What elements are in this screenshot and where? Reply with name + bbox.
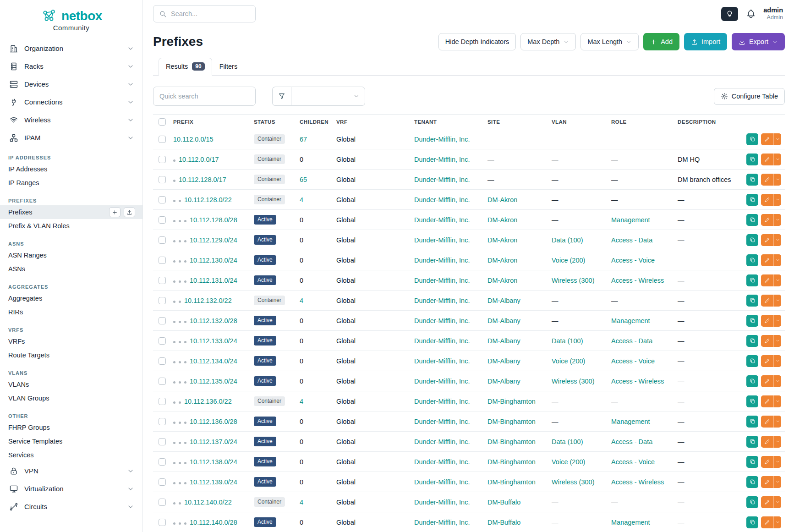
vlan-link[interactable]: Voice (200) <box>552 458 585 466</box>
sidebar-item-ip-ranges[interactable]: IP Ranges <box>0 176 142 190</box>
edit-dropdown-button[interactable] <box>773 395 781 407</box>
vlan-link[interactable]: Data (100) <box>552 236 583 244</box>
edit-button[interactable] <box>761 154 773 165</box>
prefix-link[interactable]: 10.112.139.0/24 <box>190 478 237 486</box>
site-link[interactable]: DM-Akron <box>487 196 517 203</box>
prefix-link[interactable]: 10.112.137.0/24 <box>190 438 237 445</box>
tenant-link[interactable]: Dunder-Mifflin, Inc. <box>414 357 470 365</box>
prefix-link[interactable]: 10.112.0.0/17 <box>179 156 219 163</box>
site-link[interactable]: DM-Buffalo <box>487 519 520 526</box>
site-link[interactable]: DM-Albany <box>487 378 520 385</box>
edit-button[interactable] <box>761 516 773 528</box>
copy-button[interactable] <box>746 335 758 347</box>
role-link[interactable]: Access - Wireless <box>611 478 664 486</box>
copy-button[interactable] <box>746 295 758 307</box>
role-link[interactable]: Access - Voice <box>611 357 655 365</box>
sidebar-item-circuits[interactable]: Circuits <box>0 498 142 516</box>
prefix-link[interactable]: 10.112.128.0/22 <box>184 196 232 203</box>
sidebar-item-wireless[interactable]: Wireless <box>0 111 142 129</box>
children-count-link[interactable]: 4 <box>300 297 303 304</box>
row-checkbox[interactable] <box>159 317 166 324</box>
copy-button[interactable] <box>746 476 758 488</box>
tenant-link[interactable]: Dunder-Mifflin, Inc. <box>414 458 470 466</box>
edit-button[interactable] <box>761 133 773 145</box>
row-checkbox[interactable] <box>159 337 166 345</box>
children-count-link[interactable]: 67 <box>300 136 307 143</box>
prefix-link[interactable]: 10.112.131.0/24 <box>190 277 237 284</box>
sidebar-item-prefixes[interactable]: Prefixes <box>0 205 142 219</box>
copy-button[interactable] <box>746 355 758 367</box>
site-link[interactable]: DM-Albany <box>487 337 520 345</box>
site-link[interactable]: DM-Binghamton <box>487 418 536 425</box>
tenant-link[interactable]: Dunder-Mifflin, Inc. <box>414 317 470 324</box>
tenant-link[interactable]: Dunder-Mifflin, Inc. <box>414 176 470 183</box>
copy-button[interactable] <box>746 174 758 186</box>
row-checkbox[interactable] <box>159 176 166 183</box>
edit-button[interactable] <box>761 254 773 266</box>
row-checkbox[interactable] <box>159 136 166 143</box>
role-link[interactable]: Access - Data <box>611 236 652 244</box>
site-link[interactable]: DM-Akron <box>487 216 517 224</box>
quick-import-button[interactable] <box>124 207 135 217</box>
edit-button[interactable] <box>761 295 773 307</box>
column-header-vlan[interactable]: VLAN <box>548 115 608 129</box>
site-link[interactable]: DM-Albany <box>487 357 520 365</box>
site-link[interactable]: DM-Akron <box>487 257 517 264</box>
role-link[interactable]: Management <box>611 418 650 425</box>
tenant-link[interactable]: Dunder-Mifflin, Inc. <box>414 378 470 385</box>
edit-dropdown-button[interactable] <box>773 234 781 246</box>
sidebar-item-ipam[interactable]: IPAM <box>0 129 142 147</box>
edit-button[interactable] <box>761 476 773 488</box>
sidebar-item-vlans[interactable]: VLANs <box>0 378 142 391</box>
sidebar-item-rirs[interactable]: RIRs <box>0 305 142 319</box>
role-link[interactable]: Access - Wireless <box>611 378 664 385</box>
site-link[interactable]: DM-Buffalo <box>487 499 520 506</box>
edit-dropdown-button[interactable] <box>773 133 781 145</box>
site-link[interactable]: DM-Albany <box>487 317 520 324</box>
edit-button[interactable] <box>761 395 773 407</box>
tenant-link[interactable]: Dunder-Mifflin, Inc. <box>414 156 470 163</box>
column-header-description[interactable]: Description <box>674 115 743 129</box>
tab-filters[interactable]: Filters <box>212 58 245 76</box>
sidebar-item-fhrp-groups[interactable]: FHRP Groups <box>0 421 142 434</box>
tenant-link[interactable]: Dunder-Mifflin, Inc. <box>414 277 470 284</box>
site-link[interactable]: DM-Akron <box>487 236 517 244</box>
theme-toggle-button[interactable] <box>721 7 738 21</box>
prefix-link[interactable]: 10.112.0.0/15 <box>173 136 214 143</box>
quick-search-input[interactable] <box>153 87 256 106</box>
sidebar-item-prefix-vlan-roles[interactable]: Prefix & VLAN Roles <box>0 219 142 233</box>
row-checkbox[interactable] <box>159 378 166 385</box>
sidebar-item-asn-ranges[interactable]: ASN Ranges <box>0 248 142 262</box>
edit-dropdown-button[interactable] <box>773 416 781 428</box>
column-header-children[interactable]: Children <box>296 115 333 129</box>
site-link[interactable]: DM-Albany <box>487 297 520 304</box>
edit-dropdown-button[interactable] <box>773 516 781 528</box>
user-menu[interactable]: admin Admin <box>763 6 783 22</box>
sidebar-item-service-templates[interactable]: Service Templates <box>0 434 142 448</box>
edit-dropdown-button[interactable] <box>773 335 781 347</box>
tenant-link[interactable]: Dunder-Mifflin, Inc. <box>414 297 470 304</box>
column-header-site[interactable]: Site <box>484 115 548 129</box>
prefix-link[interactable]: 10.112.128.0/17 <box>179 176 226 183</box>
edit-dropdown-button[interactable] <box>773 254 781 266</box>
copy-button[interactable] <box>746 315 758 327</box>
max-length-dropdown[interactable]: Max Length <box>580 33 639 50</box>
prefix-link[interactable]: 10.112.136.0/28 <box>190 418 237 425</box>
prefix-link[interactable]: 10.112.132.0/22 <box>184 297 232 304</box>
vlan-link[interactable]: Wireless (300) <box>552 378 594 385</box>
hide-depth-indicators-button[interactable]: Hide Depth Indicators <box>438 33 516 50</box>
copy-button[interactable] <box>746 274 758 286</box>
row-checkbox[interactable] <box>159 277 166 284</box>
copy-button[interactable] <box>746 254 758 266</box>
prefix-link[interactable]: 10.112.129.0/24 <box>190 236 237 244</box>
prefix-link[interactable]: 10.112.132.0/28 <box>190 317 237 324</box>
row-checkbox[interactable] <box>159 458 166 466</box>
row-checkbox[interactable] <box>159 438 166 445</box>
sidebar-item-vpn[interactable]: VPN <box>0 462 142 480</box>
edit-dropdown-button[interactable] <box>773 174 781 186</box>
site-link[interactable]: DM-Binghamton <box>487 438 536 445</box>
row-checkbox[interactable] <box>159 357 166 365</box>
edit-button[interactable] <box>761 335 773 347</box>
site-link[interactable]: DM-Akron <box>487 277 517 284</box>
copy-button[interactable] <box>746 516 758 528</box>
